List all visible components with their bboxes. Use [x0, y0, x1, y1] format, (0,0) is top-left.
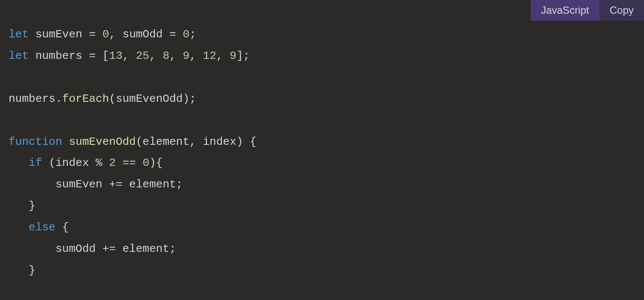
number-literal: 0: [102, 28, 109, 41]
code-text: ,: [122, 49, 136, 62]
code-text: numbers: [29, 49, 89, 62]
number-literal: 9: [230, 49, 237, 62]
code-text: ){: [149, 156, 163, 169]
keyword-else: else: [29, 221, 55, 234]
number-literal: 0: [183, 28, 190, 41]
code-text: }: [9, 264, 35, 277]
code-text: sumOdd: [9, 242, 102, 255]
keyword-let: let: [9, 49, 29, 62]
number-literal: 25: [136, 49, 149, 62]
code-text: element;: [116, 242, 176, 255]
operator: +=: [102, 242, 115, 255]
code-text: [9, 156, 29, 169]
number-literal: 0: [143, 156, 149, 169]
operator: %: [96, 156, 103, 169]
code-text: {: [55, 221, 69, 234]
code-text: [102, 156, 109, 169]
code-text: ,: [170, 49, 183, 62]
code-text: [176, 28, 183, 41]
code-text: ];: [237, 49, 250, 62]
code-text: (element, index) {: [136, 135, 256, 148]
code-text: }: [9, 199, 35, 212]
function-name: sumEvenOdd: [69, 135, 136, 148]
operator: +=: [109, 178, 122, 191]
method-call: forEach: [62, 92, 109, 105]
keyword-if: if: [29, 156, 42, 169]
number-literal: 12: [203, 49, 216, 62]
code-text: numbers.: [9, 92, 62, 105]
code-text: ;: [189, 28, 196, 41]
operator: ==: [122, 156, 136, 169]
code-text: ,: [149, 49, 163, 62]
code-text: [62, 135, 69, 148]
code-text: sumEven: [9, 178, 109, 191]
operator: =: [170, 28, 176, 41]
code-text: (sumEvenOdd);: [109, 92, 196, 105]
operator: =: [89, 49, 96, 62]
number-literal: 9: [183, 49, 190, 62]
code-text: [136, 156, 143, 169]
code-text: [: [96, 49, 109, 62]
code-text: ,: [216, 49, 230, 62]
code-text: [116, 156, 123, 169]
code-text: element;: [122, 178, 182, 191]
code-text: sumEven: [29, 28, 89, 41]
code-text: [9, 221, 29, 234]
keyword-let: let: [9, 28, 29, 41]
code-text: , sumOdd: [109, 28, 169, 41]
number-literal: 8: [163, 49, 170, 62]
number-literal: 13: [109, 49, 122, 62]
copy-button[interactable]: Copy: [599, 0, 644, 21]
keyword-function: function: [9, 135, 62, 148]
code-text: ,: [189, 49, 203, 62]
header-buttons: JavaScript Copy: [531, 0, 644, 21]
operator: =: [89, 28, 96, 41]
language-label: JavaScript: [531, 0, 599, 21]
code-text: (index: [42, 156, 96, 169]
code-block: let sumEven = 0, sumOdd = 0; let numbers…: [0, 0, 644, 290]
number-literal: 2: [109, 156, 116, 169]
code-text: [96, 28, 103, 41]
